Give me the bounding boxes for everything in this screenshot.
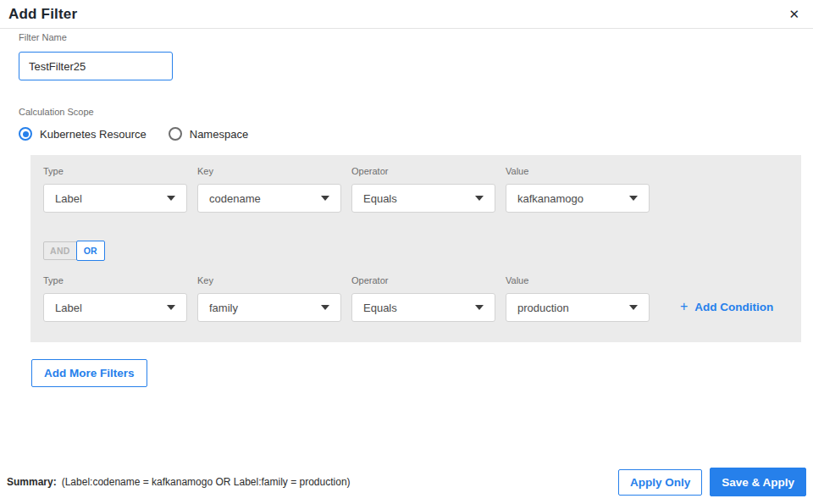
key-dropdown-value: codename bbox=[209, 192, 261, 205]
key-dropdown[interactable]: family bbox=[197, 293, 341, 322]
dialog-header: Add Filter ✕ bbox=[0, 0, 813, 29]
or-toggle-button[interactable]: OR bbox=[76, 241, 105, 261]
add-more-filters-button[interactable]: Add More Filters bbox=[31, 359, 147, 387]
filter-name-label: Filter Name bbox=[19, 32, 67, 42]
operator-dropdown[interactable]: Equals bbox=[351, 184, 495, 213]
radio-kubernetes-resource[interactable]: Kubernetes Resource bbox=[19, 127, 155, 141]
dialog-footer: Summary:(Label:codename = kafkanamogo OR… bbox=[0, 468, 813, 496]
logic-toggle: AND OR bbox=[43, 241, 105, 261]
chevron-down-icon bbox=[321, 196, 329, 201]
condition-type-field: Type Label bbox=[43, 275, 187, 322]
radio-kubernetes-resource-label: Kubernetes Resource bbox=[40, 128, 147, 141]
chevron-down-icon bbox=[629, 305, 638, 310]
operator-dropdown[interactable]: Equals bbox=[351, 293, 495, 322]
conditions-panel: Type Label Key codename Operator Equals bbox=[30, 155, 801, 342]
type-dropdown[interactable]: Label bbox=[43, 184, 187, 213]
condition-type-field: Type Label bbox=[43, 166, 187, 213]
value-dropdown-value: production bbox=[517, 302, 569, 314]
chevron-down-icon bbox=[629, 196, 638, 201]
calculation-scope-label: Calculation Scope bbox=[19, 107, 813, 117]
operator-dropdown-value: Equals bbox=[363, 302, 397, 314]
chevron-down-icon bbox=[167, 196, 175, 201]
save-and-apply-button[interactable]: Save & Apply bbox=[710, 468, 806, 496]
calculation-scope-options: Kubernetes Resource Namespace bbox=[19, 127, 813, 141]
condition-operator-field: Operator Equals bbox=[351, 166, 495, 213]
footer-actions: Apply Only Save & Apply bbox=[618, 468, 806, 496]
type-dropdown-value: Label bbox=[55, 302, 82, 314]
condition-value-field: Value production bbox=[506, 275, 650, 322]
key-column-label: Key bbox=[197, 166, 341, 176]
condition-key-field: Key family bbox=[197, 275, 341, 322]
condition-row-1: Type Label Key codename Operator Equals bbox=[43, 166, 788, 213]
value-dropdown[interactable]: kafkanamogo bbox=[506, 184, 650, 213]
filter-summary: Summary:(Label:codename = kafkanamogo OR… bbox=[7, 476, 351, 488]
chevron-down-icon bbox=[321, 305, 329, 310]
operator-dropdown-value: Equals bbox=[363, 192, 397, 205]
chevron-down-icon bbox=[167, 305, 175, 310]
radio-unselected-icon[interactable] bbox=[169, 127, 182, 141]
add-condition-button[interactable]: + Add Condition bbox=[680, 299, 773, 314]
condition-operator-field: Operator Equals bbox=[351, 275, 495, 322]
chevron-down-icon bbox=[475, 196, 484, 201]
value-dropdown-value: kafkanamogo bbox=[517, 192, 583, 205]
and-toggle-button[interactable]: AND bbox=[43, 241, 77, 260]
value-column-label: Value bbox=[506, 275, 650, 285]
operator-column-label: Operator bbox=[351, 166, 495, 176]
condition-value-field: Value kafkanamogo bbox=[506, 166, 650, 213]
key-dropdown-value: family bbox=[209, 302, 238, 314]
value-column-label: Value bbox=[506, 166, 650, 176]
summary-text: (Label:codename = kafkanamogo OR Label:f… bbox=[62, 476, 351, 488]
value-dropdown[interactable]: production bbox=[506, 293, 650, 322]
radio-namespace[interactable]: Namespace bbox=[169, 127, 257, 141]
plus-icon: + bbox=[680, 299, 688, 314]
operator-column-label: Operator bbox=[351, 275, 495, 285]
key-column-label: Key bbox=[197, 275, 341, 285]
type-dropdown-value: Label bbox=[55, 192, 82, 205]
type-column-label: Type bbox=[43, 166, 187, 176]
radio-selected-icon[interactable] bbox=[19, 127, 32, 141]
add-condition-label: Add Condition bbox=[694, 301, 773, 313]
type-column-label: Type bbox=[43, 275, 187, 285]
type-dropdown[interactable]: Label bbox=[43, 293, 187, 322]
summary-label: Summary: bbox=[7, 476, 57, 488]
filter-name-input[interactable] bbox=[19, 52, 173, 80]
radio-namespace-label: Namespace bbox=[190, 128, 248, 141]
key-dropdown[interactable]: codename bbox=[197, 184, 341, 213]
chevron-down-icon bbox=[475, 305, 484, 310]
dialog-body: Filter Name Calculation Scope Kubernetes… bbox=[0, 29, 813, 387]
close-icon[interactable]: ✕ bbox=[785, 4, 803, 24]
apply-only-button[interactable]: Apply Only bbox=[618, 469, 702, 496]
condition-key-field: Key codename bbox=[197, 166, 341, 213]
page-title: Add Filter bbox=[8, 6, 77, 23]
condition-row-2: Type Label Key family Operator Equals bbox=[43, 275, 788, 322]
